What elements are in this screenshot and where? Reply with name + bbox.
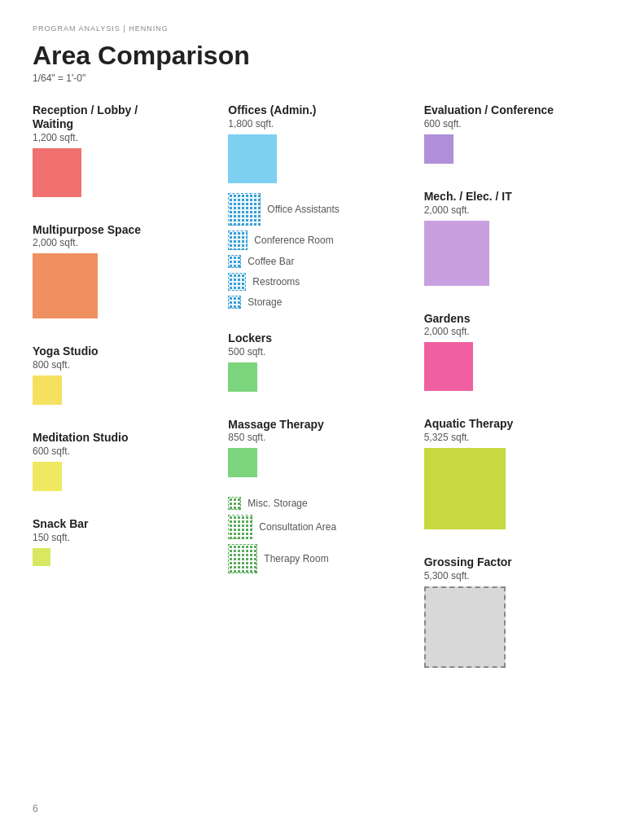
label-conference: Conference Room [254, 235, 333, 246]
header-label: PROGRAM ANALYSIS | HENNING [33, 24, 611, 33]
dot-box-restrooms [228, 273, 246, 291]
label-storage: Storage [248, 296, 282, 308]
label-restrooms: Restrooms [252, 276, 300, 288]
dot-box-therapy [228, 544, 257, 573]
box-offices [228, 134, 277, 183]
page-title: Area Comparison [33, 41, 611, 71]
box-meditation [33, 462, 62, 491]
box-multipurpose [33, 253, 98, 318]
dot-box-coffee [228, 255, 241, 268]
item-offices: Offices (Admin.) 1,800 sqft. Office Assi… [228, 103, 415, 309]
item-grossing: Grossing Factor 5,300 sqft. [424, 555, 611, 668]
box-yoga [33, 375, 62, 405]
sub-misc-storage: Misc. Storage [228, 497, 415, 510]
dot-box-misc [228, 497, 241, 510]
sub-consultation: Consultation Area [228, 515, 415, 539]
item-gardens: Gardens 2,000 sqft. [424, 312, 611, 395]
box-snackbar [33, 548, 50, 566]
box-mech [424, 221, 489, 286]
label-coffee: Coffee Bar [248, 256, 294, 267]
item-snackbar: Snack Bar 150 sqft. [33, 517, 220, 569]
label-therapy-room: Therapy Room [264, 553, 328, 564]
label-consultation: Consultation Area [259, 521, 336, 533]
box-reception [33, 148, 81, 197]
sub-storage: Storage [228, 296, 415, 309]
box-gardens [424, 342, 473, 391]
offices-sub-items: Office Assistants Conference Room Coffee… [228, 193, 415, 309]
sub-conference-room: Conference Room [228, 230, 415, 250]
sub-restrooms: Restrooms [228, 273, 415, 291]
label-assistants: Office Assistants [267, 204, 339, 215]
box-evaluation [424, 134, 453, 164]
column-3: Evaluation / Conference 600 sqft. Mech. … [424, 103, 611, 691]
label-misc-storage: Misc. Storage [248, 498, 307, 509]
page-number: 6 [33, 803, 38, 814]
item-aquatic: Aquatic Therapy 5,325 sqft. [424, 417, 611, 533]
massage-sub-items: Misc. Storage Consultation Area Therapy … [228, 497, 415, 573]
sub-office-assistants: Office Assistants [228, 193, 415, 226]
dot-box-conference [228, 230, 248, 250]
item-lockers: Lockers 500 sqft. [228, 331, 415, 395]
box-lockers [228, 362, 257, 392]
column-2: Offices (Admin.) 1,800 sqft. Office Assi… [228, 103, 423, 691]
scale-label: 1/64" = 1'-0" [33, 72, 611, 84]
sub-therapy-room: Therapy Room [228, 544, 415, 573]
item-reception: Reception / Lobby /Waiting 1,200 sqft. [33, 103, 220, 200]
box-grossing [424, 586, 506, 668]
item-yoga: Yoga Studio 800 sqft. [33, 345, 220, 408]
box-massage [228, 448, 257, 477]
sub-coffee-bar: Coffee Bar [228, 255, 415, 268]
item-mech: Mech. / Elec. / IT 2,000 sqft. [424, 190, 611, 289]
dot-box-consultation [228, 515, 252, 539]
dot-box-storage [228, 296, 241, 309]
column-1: Reception / Lobby /Waiting 1,200 sqft. M… [33, 103, 228, 691]
item-multipurpose: Multipurpose Space 2,000 sqft. [33, 223, 220, 323]
item-meditation: Meditation Studio 600 sqft. [33, 431, 220, 494]
box-aquatic [424, 448, 506, 529]
item-massage: Massage Therapy 850 sqft. Misc. Storage … [228, 418, 415, 574]
main-content: Reception / Lobby /Waiting 1,200 sqft. M… [33, 103, 611, 691]
item-evaluation: Evaluation / Conference 600 sqft. [424, 103, 611, 167]
dot-box-assistants [228, 193, 261, 226]
